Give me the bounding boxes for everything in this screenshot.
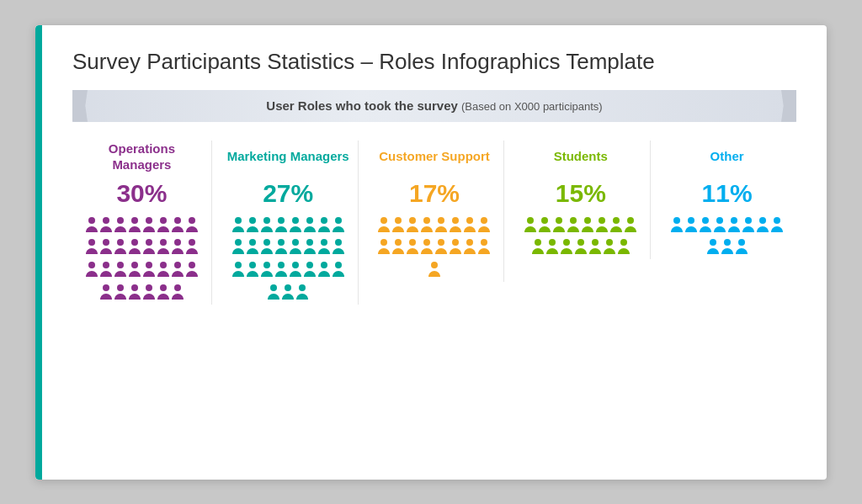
person-icon [756, 216, 769, 237]
svg-point-34 [292, 217, 299, 224]
svg-point-55 [285, 284, 291, 291]
svg-point-95 [759, 217, 766, 224]
person-icon [157, 216, 170, 237]
person-icon [624, 216, 637, 237]
person-icon [157, 284, 170, 305]
svg-point-9 [103, 239, 109, 246]
svg-point-1 [103, 217, 109, 224]
person-icon [142, 284, 156, 305]
role-label-stu: Students [554, 141, 608, 174]
svg-point-66 [395, 239, 402, 246]
person-icon [477, 216, 491, 237]
person-icon [449, 216, 462, 237]
svg-point-21 [160, 262, 167, 268]
person-icon [246, 261, 259, 282]
person-icon [289, 216, 302, 237]
person-icon [185, 238, 199, 259]
svg-point-48 [263, 262, 270, 268]
svg-point-91 [702, 217, 709, 224]
svg-point-84 [563, 239, 570, 246]
person-icon [603, 238, 616, 259]
person-icon [699, 216, 712, 237]
person-icon [157, 238, 170, 259]
person-icon [267, 284, 280, 305]
svg-point-40 [263, 239, 270, 246]
person-icon [735, 238, 748, 259]
svg-point-92 [716, 217, 723, 224]
svg-point-61 [438, 217, 444, 224]
svg-point-85 [577, 239, 584, 246]
figures-mkt [229, 216, 347, 305]
svg-point-29 [174, 284, 181, 291]
svg-point-54 [270, 284, 277, 291]
person-icon [449, 238, 462, 259]
person-icon [99, 261, 113, 282]
person-icon [246, 238, 259, 259]
svg-point-67 [409, 239, 416, 246]
svg-point-35 [306, 217, 313, 224]
svg-point-89 [673, 217, 680, 224]
person-icon [721, 238, 734, 259]
person-icon [114, 216, 127, 237]
person-icon [246, 216, 259, 237]
slide: Survey Participants Statistics – Roles I… [35, 25, 827, 480]
svg-point-27 [146, 284, 152, 291]
svg-point-97 [710, 239, 716, 246]
svg-point-45 [335, 239, 342, 246]
person-icon [128, 261, 141, 282]
person-icon [406, 238, 419, 259]
svg-point-65 [380, 239, 387, 246]
person-icon [171, 238, 184, 259]
svg-point-71 [466, 239, 473, 246]
svg-point-90 [688, 217, 694, 224]
person-icon [552, 216, 566, 237]
person-icon [574, 238, 588, 259]
svg-point-10 [117, 239, 124, 246]
person-icon [391, 216, 405, 237]
person-icon [617, 238, 631, 259]
svg-point-11 [131, 239, 138, 246]
person-icon [114, 284, 127, 305]
person-icon [274, 238, 288, 259]
svg-point-0 [88, 217, 95, 224]
person-icon [428, 261, 441, 282]
person-icon [171, 216, 184, 237]
person-icon [185, 261, 199, 282]
person-icon [274, 261, 288, 282]
svg-point-69 [438, 239, 444, 246]
person-icon [85, 238, 98, 259]
svg-point-56 [299, 284, 306, 291]
svg-point-14 [174, 239, 181, 246]
person-icon [434, 238, 448, 259]
person-icon [670, 216, 684, 237]
svg-point-88 [620, 239, 627, 246]
person-icon [231, 238, 245, 259]
col-mkt: Marketing Managers27% [219, 141, 359, 305]
pct-stu: 15% [556, 179, 606, 208]
svg-point-70 [452, 239, 459, 246]
person-icon [114, 238, 127, 259]
person-icon [274, 216, 288, 237]
person-icon [524, 216, 537, 237]
person-icon [332, 238, 345, 259]
person-icon [377, 216, 391, 237]
svg-point-76 [556, 217, 562, 224]
svg-point-60 [423, 217, 430, 224]
role-label-ops: Operations Managers [77, 141, 206, 174]
col-other: Other11% [657, 141, 796, 260]
svg-point-96 [774, 217, 780, 224]
svg-point-77 [570, 217, 577, 224]
person-icon [260, 216, 274, 237]
person-icon [727, 216, 741, 237]
person-icon [434, 216, 448, 237]
svg-point-53 [335, 262, 342, 268]
person-icon [157, 261, 170, 282]
svg-point-16 [88, 262, 95, 268]
person-icon [99, 284, 113, 305]
svg-point-31 [249, 217, 256, 224]
person-icon [538, 216, 551, 237]
svg-point-12 [146, 239, 152, 246]
person-icon [567, 216, 580, 237]
person-icon [317, 261, 331, 282]
person-icon [770, 216, 784, 237]
